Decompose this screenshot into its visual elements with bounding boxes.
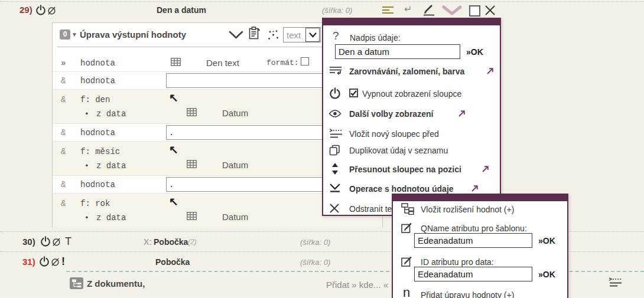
- menu-item-move-column[interactable]: Přesunout sloupec na pozici: [349, 165, 461, 174]
- maximize-icon[interactable]: [469, 5, 480, 17]
- warning-exclamation-icon: !: [61, 256, 65, 268]
- from-document-label: Z dokumentu,: [87, 279, 145, 289]
- sub-bullet: •: [84, 214, 89, 222]
- reference-arrow-icon[interactable]: ↖: [169, 91, 178, 104]
- menu-item-title-label: Nadpis údaje:: [350, 33, 401, 42]
- table-grid-icon[interactable]: [187, 212, 197, 220]
- sub-label: z data: [96, 109, 126, 119]
- row30-title: Pobočka: [154, 237, 188, 247]
- qname-ok-button[interactable]: »OK: [538, 236, 555, 245]
- row31-width-note: (šířka: 0): [300, 258, 330, 267]
- type-select-arrow-icon[interactable]: [305, 28, 320, 42]
- menu-item-remove[interactable]: Odstranit te: [349, 204, 392, 214]
- menu-title-bar[interactable]: [323, 19, 500, 25]
- submenu-arrow-icon: [471, 185, 479, 192]
- menu-item-value-operations[interactable]: Operace s hodnotou údaje: [349, 184, 454, 194]
- power-icon[interactable]: [35, 5, 46, 15]
- clipboard-icon[interactable]: [248, 27, 260, 41]
- level-badge-dropdown[interactable]: 0 ▼: [60, 30, 77, 40]
- table-grid-icon[interactable]: [187, 160, 197, 168]
- eye-off-icon[interactable]: [51, 237, 61, 247]
- text-format-icon[interactable]: T: [65, 235, 71, 248]
- qname-input[interactable]: [414, 233, 532, 248]
- menu-item-add-value-edit[interactable]: Přidat úpravu hodnoty (+): [421, 290, 514, 298]
- menu-item-qname-label: QName atributu pro šablonu:: [421, 224, 527, 233]
- value-row-label: hodnota: [80, 58, 115, 68]
- submenu-arrow-icon: [482, 165, 489, 173]
- row-bullet: &: [61, 180, 66, 189]
- regex-dots-icon[interactable]: [268, 30, 279, 41]
- hide-column-checkbox[interactable]: [349, 89, 358, 97]
- submenu-title-bar[interactable]: [393, 195, 567, 201]
- eye-off-icon[interactable]: [47, 5, 57, 15]
- sub-label: z data: [96, 161, 126, 171]
- row-bullet: &: [61, 147, 66, 156]
- eye-off-icon[interactable]: [50, 257, 60, 267]
- function-label: f: měsíc: [80, 147, 120, 156]
- document-tree-icon[interactable]: [70, 277, 83, 289]
- row29-number: 29): [19, 5, 32, 15]
- sub-bullet: •: [84, 110, 89, 119]
- row-label: hodnota: [80, 76, 115, 86]
- table-grid-icon[interactable]: [187, 108, 197, 116]
- column-editor-screen: 29) Den a datum (šířka: 0) ↵ 0 ▼ Úprava …: [0, 0, 644, 298]
- sub-label: z data: [96, 213, 126, 222]
- format-checkbox[interactable]: [301, 57, 309, 66]
- column-title-input[interactable]: [335, 44, 460, 59]
- row-label: hodnota: [80, 180, 115, 189]
- align-icon[interactable]: [382, 6, 395, 15]
- sub-value: Datum: [222, 160, 248, 170]
- row-bullet: &: [61, 199, 66, 208]
- menu-item-insert-distinction[interactable]: Vložit rozlišení hodnot (+): [421, 205, 514, 214]
- collapse-chevron-icon[interactable]: [229, 31, 243, 40]
- insert-row-icon[interactable]: [609, 277, 623, 287]
- id-input[interactable]: [414, 267, 532, 281]
- edit-attribute-icon: [401, 222, 413, 234]
- n-function-icon: n: [403, 287, 410, 298]
- sub-value: Datum: [222, 108, 248, 118]
- submenu-arrow-icon: [486, 67, 494, 75]
- edit-pencil-icon[interactable]: [422, 4, 436, 17]
- reference-arrow-icon[interactable]: ↖: [169, 143, 178, 156]
- menu-item-id-label: ID atributu pro data:: [421, 257, 494, 267]
- menu-item-align[interactable]: Zarovnávání, zalomení, barva: [349, 67, 464, 76]
- close-icon[interactable]: [484, 5, 496, 16]
- wrap-return-icon[interactable]: ↵: [404, 4, 412, 15]
- level-badge[interactable]: 0: [60, 30, 70, 40]
- remove-icon: [329, 203, 340, 214]
- title-ok-button[interactable]: »OK: [466, 47, 483, 57]
- row30-width-note: (šířka: 0): [300, 238, 330, 247]
- menu-item-duplicate[interactable]: Duplikovat údaj v seznamu: [349, 146, 448, 155]
- reference-arrow-icon[interactable]: ↖: [169, 195, 178, 208]
- value-tree-icon: [401, 203, 414, 215]
- value-operations-icon: [328, 183, 341, 193]
- value-row-bullet: »: [61, 58, 66, 68]
- row-bullet: &: [61, 76, 66, 86]
- insert-column-icon: [329, 129, 343, 139]
- id-ok-button[interactable]: »OK: [538, 270, 555, 279]
- menu-item-hide-column[interactable]: Vypnout zobrazení sloupce: [362, 89, 461, 99]
- power-icon: [329, 87, 341, 99]
- row31-title: Pobočka: [155, 257, 190, 267]
- eye-icon: [328, 109, 341, 118]
- add-where-link[interactable]: Přidat » kde... «: [326, 280, 388, 290]
- value-name: Den text: [206, 58, 239, 68]
- row31-number: 31): [22, 257, 35, 267]
- column-context-menu: ? Nadpis údaje: »OK Zarovnávání, zalomen…: [322, 18, 501, 216]
- row30-count: (2): [188, 238, 197, 246]
- power-icon[interactable]: [39, 256, 50, 267]
- submenu-arrow-icon: [458, 110, 466, 117]
- menu-item-display-options[interactable]: Další volby zobrazení: [349, 109, 433, 119]
- panel-title: Úprava výstupní hodnoty: [80, 30, 186, 40]
- align-wrap-icon: [329, 66, 342, 77]
- function-label: f: den: [80, 95, 110, 104]
- power-icon[interactable]: [40, 236, 51, 247]
- row30-x-label: X:: [144, 237, 152, 247]
- menu-item-insert-column[interactable]: Vložit nový sloupec před: [349, 129, 439, 139]
- chevron-down-icon[interactable]: [442, 5, 462, 16]
- badge-caret-icon: ▼: [71, 31, 77, 38]
- table-grid-icon[interactable]: [171, 58, 181, 66]
- type-select[interactable]: text: [283, 27, 321, 42]
- duplicate-icon: [329, 145, 340, 156]
- sub-bullet: •: [84, 162, 89, 171]
